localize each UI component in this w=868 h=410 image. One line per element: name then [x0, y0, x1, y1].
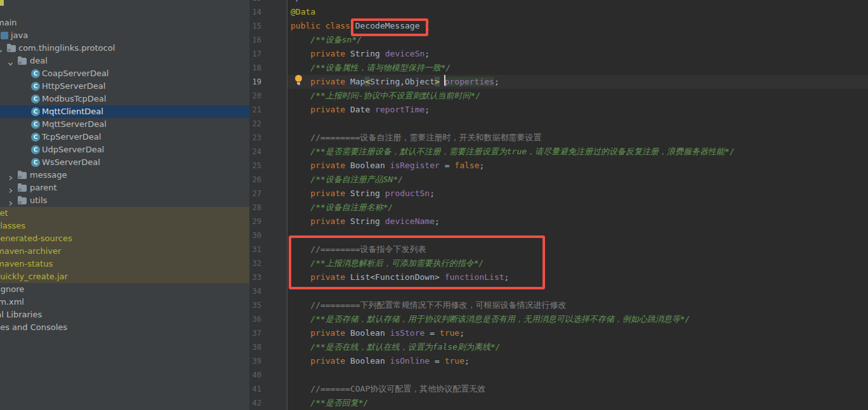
line-number[interactable]: 19: [251, 75, 261, 89]
tree-item-udpserverdeal[interactable]: CUdpServerDeal: [0, 143, 249, 156]
line-number[interactable]: 25: [251, 159, 261, 173]
tree-item-main[interactable]: main: [0, 17, 249, 29]
code-line-24[interactable]: 24 /**是否需要注册设备，默认不注册，需要注册设置为true，请尽量避免注册…: [249, 145, 868, 159]
tree-item-quickly-create-jar[interactable]: quickly_create.jar: [0, 270, 249, 283]
code-line-17[interactable]: 17 private String deviceSn;: [249, 47, 868, 61]
tree-item-scratches-and-consoles[interactable]: Scratches and Consoles: [0, 321, 249, 334]
tree-item-com-thinglinks-protocol[interactable]: com.thinglinks.protocol: [0, 42, 249, 55]
tree-item-target[interactable]: target: [0, 207, 249, 220]
tree-item-maven-status[interactable]: maven-status: [0, 258, 249, 270]
chevron-down-icon[interactable]: [8, 58, 13, 63]
tree-item-maven-archiver[interactable]: maven-archiver: [0, 245, 249, 258]
code-line-13[interactable]: 13*/: [249, 0, 868, 5]
line-number[interactable]: 23: [251, 131, 261, 145]
line-number[interactable]: 39: [251, 354, 261, 368]
code-line-29[interactable]: 29 private String deviceName;: [249, 215, 868, 228]
line-number[interactable]: 38: [251, 340, 261, 354]
code-text: private Boolean isStore = true;: [291, 326, 464, 340]
code-text: /**是否存储，默认存储，用于协议判断该消息是否有用，无用消息可以选择不存储，例…: [291, 312, 690, 326]
line-number[interactable]: 42: [251, 396, 261, 410]
line-number[interactable]: 20: [251, 89, 261, 103]
code-line-21[interactable]: 21 private Date reportTime;: [249, 103, 868, 117]
intention-bulb-icon[interactable]: [294, 75, 303, 86]
line-number[interactable]: 22: [251, 117, 261, 131]
tree-item-utils[interactable]: utils: [0, 194, 249, 207]
tree-item-httpserverdeal[interactable]: CHttpServerDeal: [0, 80, 249, 93]
code-line-37[interactable]: 37 private Boolean isStore = true;: [249, 326, 868, 340]
tree-item-java[interactable]: java: [0, 29, 249, 42]
code-line-19[interactable]: 19 private Map<String,Object> properties…: [249, 75, 868, 89]
line-number[interactable]: 17: [251, 47, 261, 61]
tree-item-classes[interactable]: classes: [0, 220, 249, 232]
line-number[interactable]: 37: [251, 326, 261, 340]
tree-item-label: TcpServerDeal: [42, 131, 101, 143]
chevron-down-icon[interactable]: [0, 45, 3, 51]
tree-item-mqttserverdeal[interactable]: CMqttServerDeal: [0, 118, 249, 131]
tree-item-wsserverdeal[interactable]: CWsServerDeal: [0, 156, 249, 169]
code-line-38[interactable]: 38 /**是否在线，默认在线，设置为false则为离线*/: [249, 340, 868, 354]
tree-item-label: CoapServerDeal: [42, 67, 109, 80]
tree-item-deal[interactable]: deal: [0, 55, 249, 67]
line-number[interactable]: 14: [251, 5, 261, 19]
line-number[interactable]: 32: [251, 256, 261, 270]
java-icon: [1, 32, 8, 39]
line-number[interactable]: 35: [251, 298, 261, 312]
tree-item-coapserverdeal[interactable]: CCoapServerDeal: [0, 67, 249, 80]
line-number[interactable]: 36: [251, 312, 261, 326]
tree-item-pom-xml[interactable]: pom.xml: [0, 296, 249, 308]
code-line-26[interactable]: 26 /**设备自注册产品SN*/: [249, 173, 868, 187]
tree-item-parent[interactable]: parent: [0, 182, 249, 194]
line-number[interactable]: 41: [251, 382, 261, 396]
highlight-box-function-list: [289, 235, 545, 289]
code-line-42[interactable]: 42 /**是否回复*/: [249, 396, 868, 410]
tree-item--gitignore[interactable]: .gitignore: [0, 283, 249, 296]
tree-item-label: UdpServerDeal: [42, 143, 104, 156]
code-line-14[interactable]: 14@Data: [249, 5, 868, 19]
code-line-36[interactable]: 36 /**是否存储，默认存储，用于协议判断该消息是否有用，无用消息可以选择不存…: [249, 312, 868, 326]
tree-item-label: deal: [30, 55, 48, 67]
tree-item-external-libraries[interactable]: External Libraries: [0, 308, 249, 321]
line-number[interactable]: 27: [251, 187, 261, 201]
tree-item-modbustcpdeal[interactable]: CModbusTcpDeal: [0, 93, 249, 105]
code-line-18[interactable]: 18 /**设备属性，请与物模型保持一致*/: [249, 61, 868, 75]
tree-item-label: utils: [30, 194, 47, 207]
tree-item-tcpserverdeal[interactable]: CTcpServerDeal: [0, 131, 249, 143]
line-number[interactable]: 29: [251, 215, 261, 228]
tree-item-mqttclientdeal[interactable]: CMqttClientDeal: [0, 105, 249, 118]
line-number[interactable]: 26: [251, 173, 261, 187]
tree-item-message[interactable]: message: [0, 169, 249, 182]
line-number[interactable]: 24: [251, 145, 261, 159]
line-number[interactable]: 40: [251, 368, 261, 382]
line-number[interactable]: 18: [251, 61, 261, 75]
code-line-22[interactable]: 22: [249, 117, 868, 131]
line-number[interactable]: 34: [251, 284, 261, 298]
code-line-41[interactable]: 41 //======COAP协议可配置，其他协议配置无效: [249, 382, 868, 396]
editor-panel[interactable]: 13*/14@Data15public class DecodeMessage …: [249, 0, 868, 410]
tree-item-generated-sources[interactable]: generated-sources: [0, 232, 249, 245]
code-text: /**设备属性，请与物模型保持一致*/: [291, 61, 450, 75]
line-number[interactable]: 31: [251, 242, 261, 256]
line-number[interactable]: 16: [251, 33, 261, 47]
line-number[interactable]: 28: [251, 201, 261, 215]
line-number[interactable]: 15: [251, 19, 261, 33]
code-line-27[interactable]: 27 private String productSn;: [249, 187, 868, 201]
code-line-39[interactable]: 39 private Boolean isOnline = true;: [249, 354, 868, 368]
code-line-20[interactable]: 20 /**上报时间-协议中不设置则默认当前时间*/: [249, 89, 868, 103]
code-line-15[interactable]: 15public class DecodeMessage {: [249, 19, 868, 33]
line-number[interactable]: 30: [251, 228, 261, 242]
tree-item-label: Scratches and Consoles: [0, 321, 67, 334]
code-line-23[interactable]: 23 //========设备自注册，需要注册时，开关和数据都需要设置: [249, 131, 868, 145]
chevron-right-icon[interactable]: [8, 172, 13, 178]
tree-item-label: com.thinglinks.protocol: [18, 42, 115, 55]
project-tree-panel: mainjavacom.thinglinks.protocoldealCCoap…: [0, 0, 249, 410]
line-number[interactable]: 33: [251, 270, 261, 284]
line-number[interactable]: 21: [251, 103, 261, 117]
code-line-28[interactable]: 28 /**设备自注册名称*/: [249, 201, 868, 215]
chevron-right-icon[interactable]: [8, 197, 13, 203]
code-line-35[interactable]: 35 //========下列配置常规情况下不用修改，可根据设备情况进行修改: [249, 298, 868, 312]
line-number[interactable]: 13: [251, 0, 261, 5]
code-line-16[interactable]: 16 /**设备sn*/: [249, 33, 868, 47]
code-line-25[interactable]: 25 private Boolean isRegister = false;: [249, 159, 868, 173]
chevron-right-icon[interactable]: [8, 185, 13, 190]
code-line-40[interactable]: 40: [249, 368, 868, 382]
